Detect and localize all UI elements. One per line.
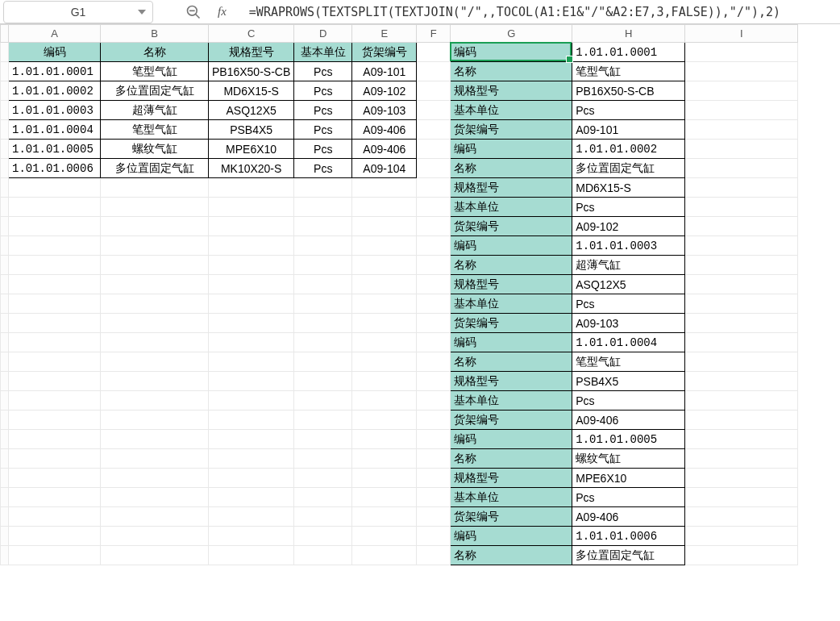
cell-G14[interactable]: 基本单位 — [451, 294, 572, 314]
cell-D1[interactable]: 基本单位 — [294, 43, 352, 62]
cell-B13[interactable] — [101, 275, 209, 294]
cell-H6[interactable]: 1.01.01.0002 — [572, 140, 685, 159]
cell-I1[interactable] — [685, 43, 798, 62]
cell-D23[interactable] — [294, 469, 352, 488]
cell-C17[interactable] — [209, 352, 294, 372]
cell-B18[interactable] — [101, 372, 209, 391]
select-all-corner[interactable] — [1, 25, 9, 43]
cell-D27[interactable] — [294, 546, 352, 565]
name-box-input[interactable] — [38, 6, 119, 19]
cell-G1[interactable]: 编码 — [451, 43, 572, 62]
cell-E20[interactable] — [352, 411, 417, 430]
row-header[interactable] — [1, 275, 9, 294]
cell-A13[interactable] — [9, 275, 101, 294]
row-header[interactable] — [1, 527, 9, 546]
cell-E13[interactable] — [352, 275, 417, 294]
cell-A24[interactable] — [9, 488, 101, 507]
cell-A19[interactable] — [9, 391, 101, 411]
cell-A23[interactable] — [9, 469, 101, 488]
cell-F5[interactable] — [417, 120, 451, 140]
cell-D13[interactable] — [294, 275, 352, 294]
cell-E4[interactable]: A09-103 — [352, 101, 417, 120]
cell-I3[interactable] — [685, 81, 798, 101]
cell-F14[interactable] — [417, 294, 451, 314]
cell-D4[interactable]: Pcs — [294, 101, 352, 120]
cell-B10[interactable] — [101, 217, 209, 236]
cell-E24[interactable] — [352, 488, 417, 507]
col-header-F[interactable]: F — [417, 25, 451, 43]
cell-G20[interactable]: 货架编号 — [451, 411, 572, 430]
cell-A16[interactable] — [9, 333, 101, 352]
cell-D11[interactable] — [294, 236, 352, 256]
cell-E8[interactable] — [352, 178, 417, 198]
cell-B9[interactable] — [101, 198, 209, 217]
row-header[interactable] — [1, 391, 9, 411]
cell-B12[interactable] — [101, 256, 209, 275]
cell-H14[interactable]: Pcs — [572, 294, 685, 314]
cell-A3[interactable]: 1.01.01.0002 — [9, 81, 101, 101]
cell-G23[interactable]: 规格型号 — [451, 469, 572, 488]
cell-B24[interactable] — [101, 488, 209, 507]
cell-F26[interactable] — [417, 527, 451, 546]
cell-B19[interactable] — [101, 391, 209, 411]
row-header[interactable] — [1, 333, 9, 352]
row-header[interactable] — [1, 159, 9, 178]
cell-E15[interactable] — [352, 314, 417, 333]
cell-G9[interactable]: 基本单位 — [451, 198, 572, 217]
cell-E16[interactable] — [352, 333, 417, 352]
cell-H4[interactable]: Pcs — [572, 101, 685, 120]
cell-I4[interactable] — [685, 101, 798, 120]
cell-A6[interactable]: 1.01.01.0005 — [9, 140, 101, 159]
zoom-out-icon[interactable] — [185, 4, 202, 20]
cell-H18[interactable]: PSB4X5 — [572, 372, 685, 391]
row-header[interactable] — [1, 256, 9, 275]
cell-A4[interactable]: 1.01.01.0003 — [9, 101, 101, 120]
cell-I6[interactable] — [685, 140, 798, 159]
cell-I17[interactable] — [685, 352, 798, 372]
row-header[interactable] — [1, 546, 9, 565]
cell-F10[interactable] — [417, 217, 451, 236]
cell-H25[interactable]: A09-406 — [572, 507, 685, 527]
row-header[interactable] — [1, 217, 9, 236]
cell-D17[interactable] — [294, 352, 352, 372]
cell-E6[interactable]: A09-406 — [352, 140, 417, 159]
cell-B27[interactable] — [101, 546, 209, 565]
col-header-G[interactable]: G — [451, 25, 572, 43]
cell-C2[interactable]: PB16X50-S-CB — [209, 62, 294, 81]
cell-C23[interactable] — [209, 469, 294, 488]
cell-B14[interactable] — [101, 294, 209, 314]
cell-I16[interactable] — [685, 333, 798, 352]
cell-D14[interactable] — [294, 294, 352, 314]
col-header-H[interactable]: H — [572, 25, 685, 43]
cell-A21[interactable] — [9, 430, 101, 449]
cell-B22[interactable] — [101, 449, 209, 469]
formula-input[interactable] — [249, 2, 834, 22]
cell-B3[interactable]: 多位置固定气缸 — [101, 81, 209, 101]
cell-G3[interactable]: 规格型号 — [451, 81, 572, 101]
cell-E11[interactable] — [352, 236, 417, 256]
cell-F1[interactable] — [417, 43, 451, 62]
chevron-down-icon[interactable] — [138, 10, 146, 15]
cell-G17[interactable]: 名称 — [451, 352, 572, 372]
cell-I25[interactable] — [685, 507, 798, 527]
cell-C9[interactable] — [209, 198, 294, 217]
row-header[interactable] — [1, 198, 9, 217]
cell-G12[interactable]: 名称 — [451, 256, 572, 275]
cell-I13[interactable] — [685, 275, 798, 294]
cell-C19[interactable] — [209, 391, 294, 411]
cell-D2[interactable]: Pcs — [294, 62, 352, 81]
cell-F27[interactable] — [417, 546, 451, 565]
cell-E7[interactable]: A09-104 — [352, 159, 417, 178]
cell-D26[interactable] — [294, 527, 352, 546]
cell-A11[interactable] — [9, 236, 101, 256]
cell-G6[interactable]: 编码 — [451, 140, 572, 159]
cell-F17[interactable] — [417, 352, 451, 372]
cell-E12[interactable] — [352, 256, 417, 275]
row-header[interactable] — [1, 62, 9, 81]
cell-A12[interactable] — [9, 256, 101, 275]
cell-E5[interactable]: A09-406 — [352, 120, 417, 140]
cell-C1[interactable]: 规格型号 — [209, 43, 294, 62]
cell-H15[interactable]: A09-103 — [572, 314, 685, 333]
cell-B23[interactable] — [101, 469, 209, 488]
cell-F2[interactable] — [417, 62, 451, 81]
